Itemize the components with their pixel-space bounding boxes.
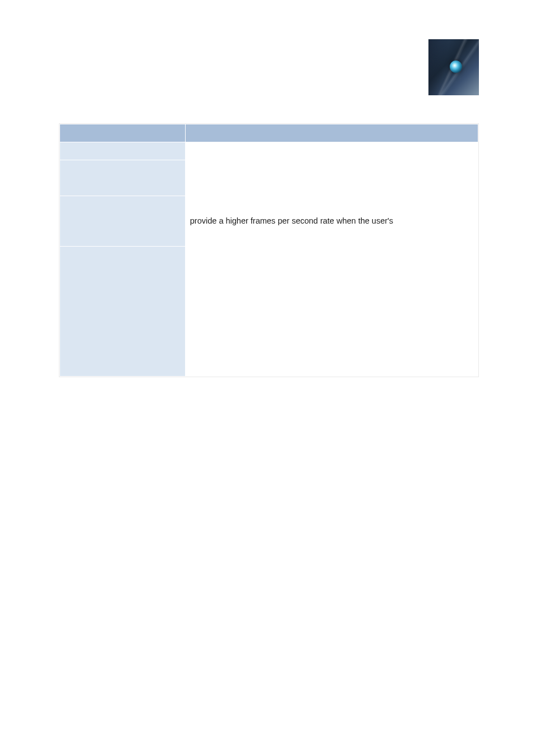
content-text: provide a higher frames per second rate … xyxy=(190,216,393,225)
table-row xyxy=(60,160,478,196)
row-content xyxy=(185,160,478,196)
table-row xyxy=(60,142,478,160)
row-label xyxy=(60,196,186,247)
table-header-col2 xyxy=(185,124,478,142)
table-header-row xyxy=(60,124,478,142)
header-logo-image xyxy=(428,39,479,95)
table-row xyxy=(60,247,478,377)
row-label xyxy=(60,247,186,377)
table-header-col1 xyxy=(60,124,186,142)
row-label xyxy=(60,142,186,160)
settings-table: provide a higher frames per second rate … xyxy=(59,123,479,377)
row-content xyxy=(185,142,478,160)
row-label xyxy=(60,160,186,196)
table-row: provide a higher frames per second rate … xyxy=(60,196,478,247)
wolf-eye-icon xyxy=(450,61,462,73)
row-content xyxy=(185,247,478,377)
row-content: provide a higher frames per second rate … xyxy=(185,196,478,247)
